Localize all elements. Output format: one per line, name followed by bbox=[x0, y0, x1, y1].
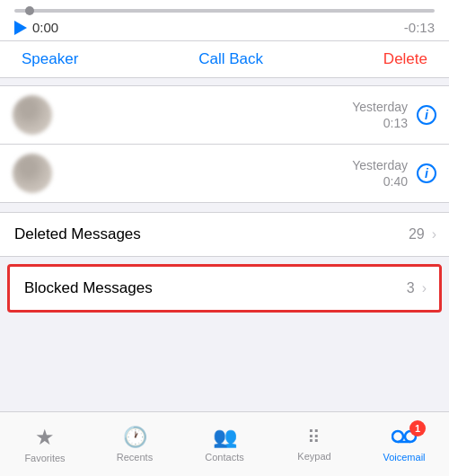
deleted-messages-label: Deleted Messages bbox=[14, 225, 141, 243]
chevron-icon: › bbox=[422, 280, 427, 296]
play-button[interactable]: 0:00 bbox=[14, 20, 58, 35]
main-content: 0:00 -0:13 Speaker Call Back Delete Yest… bbox=[0, 0, 449, 411]
tab-recents-label: Recents bbox=[117, 452, 153, 463]
recents-icon: 🕐 bbox=[123, 426, 147, 449]
avatar bbox=[13, 154, 52, 193]
tab-favorites-label: Favorites bbox=[24, 453, 65, 463]
info-icon[interactable]: i bbox=[417, 105, 436, 125]
deleted-messages-count: 29 bbox=[409, 226, 425, 242]
svg-point-0 bbox=[392, 431, 403, 442]
scrubber-bar[interactable] bbox=[14, 9, 435, 13]
tab-voicemail-label: Voicemail bbox=[383, 452, 425, 463]
scrubber-thumb bbox=[25, 6, 34, 15]
deleted-messages-row[interactable]: Deleted Messages 29 › bbox=[0, 212, 449, 257]
deleted-messages-right: 29 › bbox=[409, 226, 436, 242]
keypad-icon: ⠿ bbox=[307, 427, 322, 448]
voicemail-tab-icon-wrap: 1 bbox=[392, 426, 417, 449]
call-back-button[interactable]: Call Back bbox=[198, 50, 263, 68]
tab-keypad[interactable]: ⠿ Keypad bbox=[269, 427, 359, 462]
tab-keypad-label: Keypad bbox=[297, 451, 330, 462]
tab-contacts-label: Contacts bbox=[205, 452, 243, 463]
play-icon bbox=[14, 21, 27, 35]
blocked-messages-row[interactable]: Blocked Messages 3 › bbox=[7, 264, 442, 313]
playback-row: 0:00 -0:13 bbox=[14, 20, 435, 35]
voicemail-item[interactable]: Yesterday 0:13 i bbox=[0, 85, 449, 145]
avatar bbox=[13, 95, 52, 135]
info-icon[interactable]: i bbox=[417, 163, 436, 183]
audio-player: 0:00 -0:13 bbox=[0, 0, 449, 41]
action-bar: Speaker Call Back Delete bbox=[0, 41, 449, 78]
tab-contacts[interactable]: 👥 Contacts bbox=[180, 426, 269, 463]
blocked-messages-right: 3 › bbox=[407, 280, 427, 296]
chevron-icon: › bbox=[432, 226, 436, 242]
favorites-icon: ★ bbox=[35, 425, 55, 450]
voicemail-meta: Yesterday 0:40 bbox=[352, 158, 408, 189]
tab-voicemail[interactable]: 1 Voicemail bbox=[359, 426, 449, 463]
voicemail-duration: 0:40 bbox=[383, 174, 408, 189]
voicemail-badge: 1 bbox=[409, 420, 426, 436]
speaker-button[interactable]: Speaker bbox=[22, 50, 78, 68]
delete-button[interactable]: Delete bbox=[383, 50, 427, 68]
voicemail-date: Yesterday bbox=[352, 158, 408, 172]
tab-recents[interactable]: 🕐 Recents bbox=[90, 426, 180, 463]
contacts-icon: 👥 bbox=[213, 426, 237, 449]
voicemail-duration: 0:13 bbox=[383, 116, 408, 130]
voicemail-item[interactable]: Yesterday 0:40 i bbox=[0, 145, 449, 203]
tab-favorites[interactable]: ★ Favorites bbox=[0, 425, 90, 463]
voicemail-meta: Yesterday 0:13 bbox=[352, 100, 408, 130]
voicemail-date: Yesterday bbox=[352, 100, 408, 114]
tab-bar: ★ Favorites 🕐 Recents 👥 Contacts ⠿ Keypa… bbox=[0, 411, 449, 476]
blocked-messages-label: Blocked Messages bbox=[24, 279, 153, 297]
time-remaining: -0:13 bbox=[404, 20, 435, 35]
time-current: 0:00 bbox=[32, 20, 58, 35]
voicemail-list: Yesterday 0:13 i Yesterday 0:40 i Delete… bbox=[0, 85, 449, 313]
blocked-messages-count: 3 bbox=[407, 280, 415, 296]
